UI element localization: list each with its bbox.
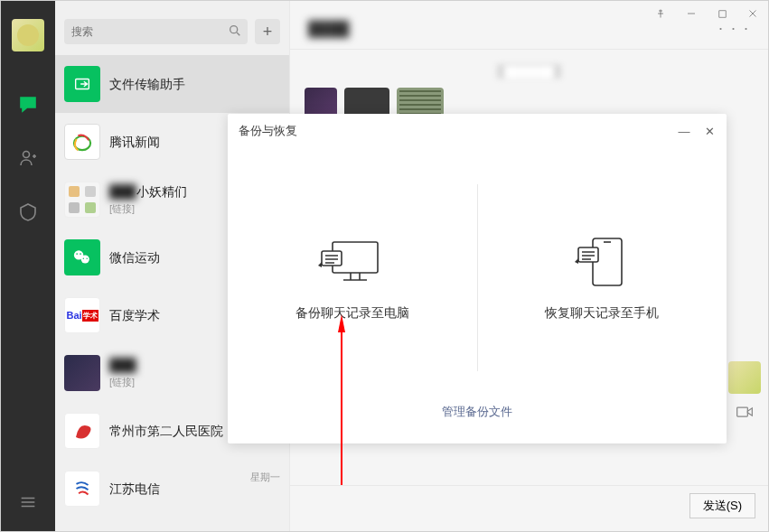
dialog-close-icon[interactable]: ✕ — [703, 125, 716, 138]
svg-point-10 — [83, 258, 84, 259]
svg-rect-12 — [718, 10, 725, 16]
dialog-minimize-icon[interactable]: — — [678, 125, 690, 138]
svg-point-1 — [230, 26, 238, 33]
user-avatar[interactable] — [12, 19, 44, 51]
search-icon — [228, 23, 242, 41]
dialog-title: 备份与恢复 — [239, 123, 297, 139]
self-avatar[interactable] — [728, 361, 761, 394]
svg-point-8 — [76, 253, 78, 255]
file-transfer-icon — [64, 66, 100, 102]
favorites-tab-icon[interactable] — [15, 200, 41, 225]
manage-backup-link[interactable]: 管理备份文件 — [442, 405, 512, 418]
chat-item-name: 文件传输助手 — [109, 76, 280, 92]
group-avatar-icon — [64, 182, 100, 218]
baidu-scholar-icon: Bai学术 — [64, 297, 100, 333]
werun-icon — [64, 239, 100, 275]
chat-title: ████ — [308, 21, 349, 37]
search-input[interactable] — [64, 19, 248, 44]
tencent-news-icon — [64, 124, 100, 160]
menu-icon[interactable] — [15, 490, 41, 515]
svg-point-7 — [81, 255, 89, 263]
add-button[interactable]: + — [255, 19, 280, 44]
date-badge: ███████ — [497, 64, 561, 79]
chat-item-telecom[interactable]: 江苏电信 星期一 — [55, 460, 289, 518]
search-input-wrapper — [64, 19, 248, 44]
svg-point-9 — [80, 253, 81, 255]
restore-to-phone-option[interactable]: 恢复聊天记录至手机 — [478, 148, 727, 443]
pc-icon — [316, 235, 389, 289]
backup-option-label: 备份聊天记录至电脑 — [295, 305, 409, 322]
hospital-icon — [64, 413, 100, 449]
svg-point-0 — [23, 152, 30, 158]
svg-point-11 — [86, 258, 87, 259]
backup-to-pc-option[interactable]: 备份聊天记录至电脑 — [228, 148, 477, 443]
pin-icon[interactable] — [645, 1, 676, 26]
contact-avatar — [64, 355, 100, 391]
contacts-tab-icon[interactable] — [15, 145, 41, 171]
restore-option-label: 恢复聊天记录至手机 — [545, 305, 659, 322]
phone-icon — [566, 235, 638, 289]
maximize-icon[interactable] — [707, 1, 737, 26]
send-button[interactable]: 发送(S) — [689, 493, 755, 518]
close-icon[interactable] — [737, 1, 768, 26]
svg-rect-13 — [737, 407, 748, 416]
chat-item-file-transfer[interactable]: 文件传输助手 — [55, 55, 289, 113]
backup-restore-dialog: 备份与恢复 — ✕ 备份聊天记录至电脑 — [228, 114, 727, 443]
chats-tab-icon[interactable] — [15, 91, 41, 117]
minimize-icon[interactable] — [676, 1, 707, 26]
video-call-icon[interactable] — [736, 405, 754, 422]
telecom-icon — [64, 471, 100, 507]
chat-item-time: 星期一 — [250, 471, 280, 484]
left-navbar — [1, 1, 55, 531]
